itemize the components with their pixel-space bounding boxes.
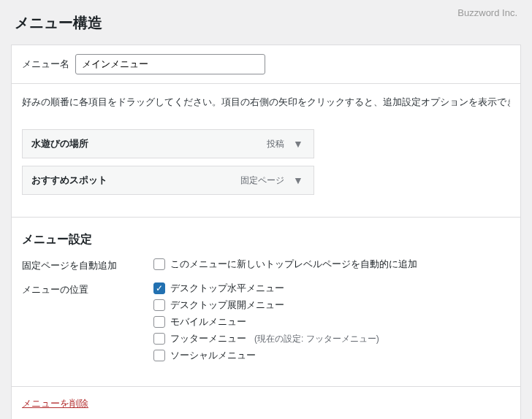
settings-title: メニュー設定 bbox=[22, 232, 510, 247]
page-title: メニュー構造 bbox=[0, 0, 532, 45]
location-label: メニューの位置 bbox=[22, 282, 153, 296]
menu-structure-body: 好みの順番に各項目をドラッグしてください。項目の右側の矢印をクリックすると、追加… bbox=[12, 84, 520, 218]
location-option-label: ソーシャルメニュー bbox=[170, 349, 256, 362]
location-option-label: デスクトップ水平メニュー bbox=[170, 282, 284, 295]
menu-name-input[interactable] bbox=[75, 54, 265, 74]
location-row: メニューの位置 デスクトップ水平メニュー デスクトップ展開メニュー モバイルメニ… bbox=[22, 282, 510, 366]
menu-name-label: メニュー名 bbox=[22, 58, 69, 71]
location-option-desktop-expanded[interactable]: デスクトップ展開メニュー bbox=[153, 299, 510, 312]
location-option-social[interactable]: ソーシャルメニュー bbox=[153, 349, 510, 362]
location-option-note: (現在の設定: フッターメニュー) bbox=[254, 333, 379, 345]
menu-item-type: 投稿 bbox=[267, 138, 284, 150]
delete-menu-link[interactable]: メニューを削除 bbox=[22, 398, 88, 409]
location-option-label: フッターメニュー bbox=[170, 332, 246, 345]
menu-item[interactable]: おすすめスポット 固定ページ ▼ bbox=[22, 166, 314, 195]
location-option-label: デスクトップ展開メニュー bbox=[170, 299, 284, 312]
menu-item-type: 固定ページ bbox=[240, 174, 284, 187]
auto-add-row: 固定ページを自動追加 このメニューに新しいトップレベルページを自動的に追加 bbox=[22, 258, 510, 274]
menu-item-title: おすすめスポット bbox=[31, 174, 240, 187]
menu-item[interactable]: 水遊びの場所 投稿 ▼ bbox=[22, 129, 314, 158]
brand-label: Buzzword Inc. bbox=[457, 7, 517, 18]
checkbox-icon[interactable] bbox=[153, 316, 165, 328]
menu-panel: メニュー名 好みの順番に各項目をドラッグしてください。項目の右側の矢印をクリック… bbox=[11, 45, 521, 419]
location-option-footer[interactable]: フッターメニュー (現在の設定: フッターメニュー) bbox=[153, 332, 510, 345]
checkbox-icon[interactable] bbox=[153, 282, 165, 294]
auto-add-option-label: このメニューに新しいトップレベルページを自動的に追加 bbox=[170, 258, 417, 271]
menu-settings-section: メニュー設定 固定ページを自動追加 このメニューに新しいトップレベルページを自動… bbox=[12, 218, 520, 387]
checkbox-icon[interactable] bbox=[153, 333, 165, 345]
delete-row: メニューを削除 bbox=[12, 387, 520, 419]
checkbox-icon[interactable] bbox=[153, 258, 165, 270]
location-option-mobile[interactable]: モバイルメニュー bbox=[153, 315, 510, 328]
chevron-down-icon[interactable]: ▼ bbox=[292, 138, 305, 150]
checkbox-icon[interactable] bbox=[153, 299, 165, 311]
location-option-desktop-horizontal[interactable]: デスクトップ水平メニュー bbox=[153, 282, 510, 295]
auto-add-option[interactable]: このメニューに新しいトップレベルページを自動的に追加 bbox=[153, 258, 510, 271]
location-option-label: モバイルメニュー bbox=[170, 315, 246, 328]
checkbox-icon[interactable] bbox=[153, 350, 165, 361]
menu-item-title: 水遊びの場所 bbox=[31, 137, 267, 150]
menu-name-row: メニュー名 bbox=[12, 45, 520, 84]
auto-add-label: 固定ページを自動追加 bbox=[22, 258, 153, 272]
chevron-down-icon[interactable]: ▼ bbox=[292, 174, 305, 186]
drag-hint: 好みの順番に各項目をドラッグしてください。項目の右側の矢印をクリックすると、追加… bbox=[22, 96, 510, 109]
